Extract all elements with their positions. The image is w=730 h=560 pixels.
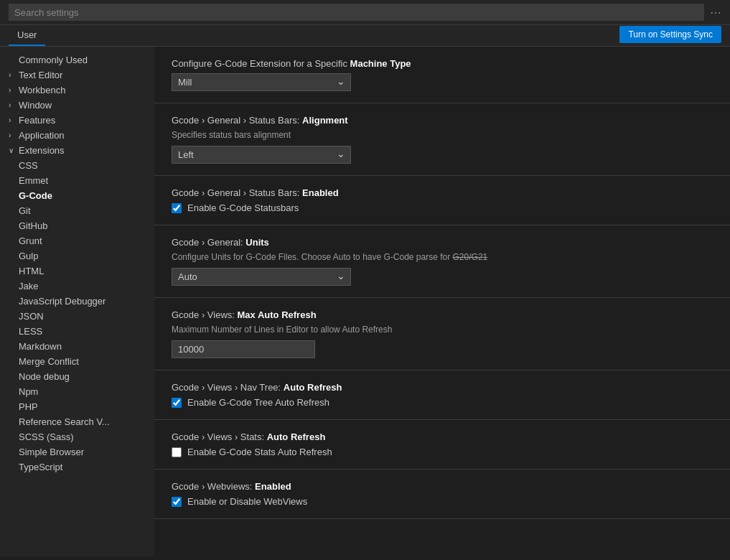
chevron-icon: ›	[9, 86, 19, 94]
sidebar-item-label: Features	[19, 115, 55, 126]
sidebar-item-label: Jake	[19, 281, 38, 291]
max-auto-refresh-desc: Maximum Number of Lines in Editor to all…	[172, 325, 713, 335]
status-bar-enabled-checkbox-row: Enable G-Code Statusbars	[172, 202, 713, 213]
sidebar-item-text-editor[interactable]: › Text Editor	[0, 67, 154, 83]
sidebar-item-label: GitHub	[19, 220, 47, 231]
units-strikethrough: G20/G21	[453, 252, 488, 262]
chevron-icon: ›	[9, 71, 19, 79]
sidebar-item-label: Git	[19, 205, 31, 216]
sidebar-item-label: Node debug	[19, 371, 70, 382]
setting-nav-tree-auto-refresh: Gcode › Views › Nav Tree: Auto Refresh E…	[154, 370, 730, 420]
sidebar-item-less[interactable]: LESS	[0, 324, 154, 339]
sidebar-item-gcode[interactable]: G-Code	[0, 188, 154, 203]
machine-type-select[interactable]: Mill Lathe Other	[172, 73, 351, 91]
search-input[interactable]	[9, 4, 704, 21]
sidebar-item-jake[interactable]: Jake	[0, 279, 154, 294]
sidebar-item-commonly-used[interactable]: Commonly Used	[0, 52, 154, 67]
sidebar-item-html[interactable]: HTML	[0, 263, 154, 279]
sidebar-item-merge-conflict[interactable]: Merge Conflict	[0, 354, 154, 369]
webviews-enabled-label: Gcode › Webviews: Enabled	[172, 481, 713, 492]
sidebar-item-css[interactable]: CSS	[0, 158, 154, 173]
webviews-enabled-checkbox-row: Enable or Disable WebViews	[172, 496, 713, 507]
status-bar-enabled-checkbox[interactable]	[172, 203, 182, 213]
setting-max-auto-refresh: Gcode › Views: Max Auto Refresh Maximum …	[154, 298, 730, 370]
setting-machine-type: Configure G-Code Extension for a Specifi…	[154, 47, 730, 103]
sidebar-item-label: CSS	[19, 160, 38, 171]
sidebar-item-javascript-debugger[interactable]: JavaScript Debugger	[0, 294, 154, 309]
sidebar-item-label: Window	[19, 100, 52, 111]
status-bar-enabled-label: Gcode › General › Status Bars: Enabled	[172, 187, 713, 198]
sidebar-item-php[interactable]: PHP	[0, 399, 154, 414]
sidebar-item-npm[interactable]: Npm	[0, 384, 154, 399]
sidebar-item-label: JSON	[19, 311, 44, 322]
setting-status-bar-alignment: Gcode › General › Status Bars: Alignment…	[154, 103, 730, 176]
sidebar-item-label: Reference Search V...	[19, 416, 110, 427]
sidebar-item-label: PHP	[19, 401, 38, 412]
units-select[interactable]: Auto Metric Imperial	[172, 268, 351, 286]
setting-units: Gcode › General: Units Configure Units f…	[154, 225, 730, 298]
sidebar-item-label: LESS	[19, 326, 42, 337]
sidebar-item-workbench[interactable]: › Workbench	[0, 83, 154, 98]
stats-auto-refresh-label: Gcode › Views › Stats: Auto Refresh	[172, 431, 713, 442]
sidebar-item-label: Extensions	[19, 145, 65, 156]
sidebar-item-label: Markdown	[19, 341, 62, 352]
sidebar-item-gulp[interactable]: Gulp	[0, 248, 154, 263]
status-bar-alignment-desc: Specifies status bars alignment	[172, 130, 713, 140]
sidebar-item-typescript[interactable]: TypeScript	[0, 459, 154, 475]
status-bar-alignment-select-wrapper: Left Right Center	[172, 146, 351, 164]
machine-type-select-wrapper: Mill Lathe Other	[172, 73, 351, 91]
sidebar-item-node-debug[interactable]: Node debug	[0, 369, 154, 384]
sidebar-item-application[interactable]: › Application	[0, 128, 154, 143]
sidebar-item-label: Application	[19, 130, 65, 141]
units-select-wrapper: Auto Metric Imperial	[172, 268, 351, 286]
setting-machine-type-label: Configure G-Code Extension for a Specifi…	[172, 58, 713, 69]
sidebar-item-label: Text Editor	[19, 70, 62, 80]
units-label: Gcode › General: Units	[172, 237, 713, 248]
nav-tree-auto-refresh-label-text: Enable G-Code Tree Auto Refresh	[187, 397, 329, 408]
chevron-icon: ›	[9, 101, 19, 109]
sidebar-item-extensions[interactable]: ∨ Extensions	[0, 143, 154, 158]
sidebar-item-label: Gulp	[19, 251, 38, 261]
sidebar-item-json[interactable]: JSON	[0, 309, 154, 324]
more-options-icon[interactable]: ⋯	[710, 6, 721, 19]
sidebar: Commonly Used › Text Editor › Workbench …	[0, 47, 154, 556]
sidebar-item-github[interactable]: GitHub	[0, 218, 154, 233]
stats-auto-refresh-checkbox-row: Enable G-Code Stats Auto Refresh	[172, 447, 713, 457]
webviews-enabled-label-text: Enable or Disable WebViews	[187, 496, 307, 507]
nav-tree-auto-refresh-checkbox-row: Enable G-Code Tree Auto Refresh	[172, 397, 713, 408]
stats-auto-refresh-checkbox[interactable]	[172, 447, 182, 457]
tab-user[interactable]: User	[9, 25, 45, 46]
status-bar-alignment-select[interactable]: Left Right Center	[172, 146, 351, 164]
settings-content: Configure G-Code Extension for a Specifi…	[154, 47, 730, 556]
sidebar-item-markdown[interactable]: Markdown	[0, 339, 154, 354]
chevron-expand-icon: ∨	[9, 146, 19, 154]
sidebar-item-label: SCSS (Sass)	[19, 431, 74, 442]
status-bar-enabled-checkbox-label: Enable G-Code Statusbars	[187, 202, 299, 213]
sidebar-item-label: Workbench	[19, 85, 66, 95]
sidebar-item-window[interactable]: › Window	[0, 98, 154, 113]
sidebar-item-emmet[interactable]: Emmet	[0, 173, 154, 188]
sidebar-item-label: Npm	[19, 386, 38, 397]
sidebar-item-grunt[interactable]: Grunt	[0, 233, 154, 248]
max-auto-refresh-input[interactable]	[172, 340, 315, 358]
sidebar-item-git[interactable]: Git	[0, 203, 154, 218]
sidebar-item-label: TypeScript	[19, 462, 62, 472]
nav-tree-auto-refresh-checkbox[interactable]	[172, 398, 182, 408]
webviews-enabled-checkbox[interactable]	[172, 497, 182, 507]
sidebar-item-label: Grunt	[19, 235, 42, 246]
sidebar-item-label: Merge Conflict	[19, 356, 79, 367]
main-layout: Commonly Used › Text Editor › Workbench …	[0, 47, 730, 556]
setting-status-bar-enabled: Gcode › General › Status Bars: Enabled E…	[154, 176, 730, 225]
sidebar-item-reference-search[interactable]: Reference Search V...	[0, 414, 154, 429]
sidebar-item-simple-browser[interactable]: Simple Browser	[0, 444, 154, 459]
tab-bar: User Turn on Settings Sync	[0, 25, 730, 47]
sidebar-item-label: JavaScript Debugger	[19, 296, 106, 307]
setting-stats-auto-refresh: Gcode › Views › Stats: Auto Refresh Enab…	[154, 420, 730, 470]
settings-header: ⋯	[0, 0, 730, 25]
nav-tree-auto-refresh-label: Gcode › Views › Nav Tree: Auto Refresh	[172, 382, 713, 393]
sidebar-item-features[interactable]: › Features	[0, 113, 154, 128]
sidebar-item-scss[interactable]: SCSS (Sass)	[0, 429, 154, 444]
sidebar-item-label: Simple Browser	[19, 447, 84, 457]
sync-button[interactable]: Turn on Settings Sync	[619, 26, 721, 43]
status-bar-alignment-label: Gcode › General › Status Bars: Alignment	[172, 115, 713, 126]
